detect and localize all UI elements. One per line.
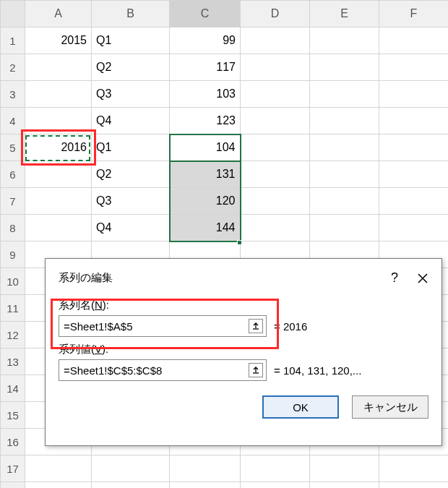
cell-C3[interactable]: 103 — [170, 81, 241, 108]
cell-A3[interactable] — [25, 81, 92, 108]
cell-F2[interactable] — [379, 54, 449, 81]
cell-E4[interactable] — [310, 108, 379, 134]
series-values-result: = 104, 131, 120,... — [274, 364, 361, 377]
cell-B2[interactable]: Q2 — [92, 54, 170, 81]
cell-F17[interactable] — [379, 455, 449, 482]
series-name-label: 系列名(N): — [59, 299, 428, 312]
cell-F8[interactable] — [379, 215, 449, 241]
series-name-value: =Sheet1!$A$5 — [64, 320, 133, 333]
cell-E6[interactable] — [310, 161, 379, 188]
row-header-15[interactable]: 15 — [1, 402, 25, 429]
row-header-11[interactable]: 11 — [1, 295, 25, 322]
cell-D2[interactable] — [241, 54, 310, 81]
range-picker-button[interactable] — [249, 363, 263, 377]
row-header-8[interactable]: 8 — [1, 215, 25, 241]
cell-C2[interactable]: 117 — [170, 54, 241, 81]
cell-E2[interactable] — [310, 54, 379, 81]
col-header-D[interactable]: D — [241, 1, 310, 27]
col-header-F[interactable]: F — [379, 1, 449, 27]
row-header-1[interactable]: 1 — [1, 27, 25, 54]
cell-C7[interactable]: 120 — [170, 188, 241, 215]
row-header-17[interactable]: 17 — [1, 455, 25, 482]
select-all-corner[interactable] — [1, 1, 25, 27]
row-header-3[interactable]: 3 — [1, 81, 25, 108]
cell-C5[interactable]: 104 — [170, 134, 241, 161]
close-icon — [417, 273, 428, 284]
cell-D4[interactable] — [241, 108, 310, 134]
cell-D17[interactable] — [241, 455, 310, 482]
cell-D7[interactable] — [241, 188, 310, 215]
cell-B8[interactable]: Q4 — [92, 215, 170, 241]
cell-C1[interactable]: 99 — [170, 27, 241, 54]
cell-F5[interactable] — [379, 134, 449, 161]
cell-D6[interactable] — [241, 161, 310, 188]
row-header-5[interactable]: 5 — [1, 134, 25, 161]
cell-D1[interactable] — [241, 27, 310, 54]
col-header-B[interactable]: B — [92, 1, 170, 27]
cell-B4[interactable]: Q4 — [92, 108, 170, 134]
cell-B6[interactable]: Q2 — [92, 161, 170, 188]
row-header-16[interactable]: 16 — [1, 429, 25, 455]
row-header-9[interactable]: 9 — [1, 241, 25, 268]
cell-B5[interactable]: Q1 — [92, 134, 170, 161]
row-header-4[interactable]: 4 — [1, 108, 25, 134]
cell-C4[interactable]: 123 — [170, 108, 241, 134]
series-name-input[interactable]: =Sheet1!$A$5 — [59, 315, 267, 337]
cell-E3[interactable] — [310, 81, 379, 108]
cell-E1[interactable] — [310, 27, 379, 54]
cell-D5[interactable] — [241, 134, 310, 161]
row-header-13[interactable]: 13 — [1, 348, 25, 375]
close-button[interactable] — [417, 273, 428, 284]
cell-E18[interactable] — [310, 482, 379, 489]
row-header-10[interactable]: 10 — [1, 268, 25, 295]
cell-B17[interactable] — [92, 455, 170, 482]
cell-B3[interactable]: Q3 — [92, 81, 170, 108]
cell-B7[interactable]: Q3 — [92, 188, 170, 215]
cell-E5[interactable] — [310, 134, 379, 161]
col-header-A[interactable]: A — [25, 1, 92, 27]
cell-A2[interactable] — [25, 54, 92, 81]
cell-A7[interactable] — [25, 188, 92, 215]
cell-A6[interactable] — [25, 161, 92, 188]
dialog-title: 系列の編集 — [59, 271, 113, 285]
ok-button[interactable]: OK — [262, 395, 339, 419]
cell-C17[interactable] — [170, 455, 241, 482]
cell-C6[interactable]: 131 — [170, 161, 241, 188]
cell-B18[interactable] — [92, 482, 170, 489]
cell-F4[interactable] — [379, 108, 449, 134]
cell-A18[interactable] — [25, 482, 92, 489]
help-button[interactable]: ? — [391, 270, 398, 286]
cell-A4[interactable] — [25, 108, 92, 134]
row-header-18[interactable]: 18 — [1, 482, 25, 489]
cell-F18[interactable] — [379, 482, 449, 489]
fill-handle[interactable] — [237, 240, 242, 245]
cell-E17[interactable] — [310, 455, 379, 482]
cell-E7[interactable] — [310, 188, 379, 215]
row-header-12[interactable]: 12 — [1, 322, 25, 348]
cell-F1[interactable] — [379, 27, 449, 54]
cell-E8[interactable] — [310, 215, 379, 241]
cell-D3[interactable] — [241, 81, 310, 108]
row-header-14[interactable]: 14 — [1, 375, 25, 402]
col-header-C[interactable]: C — [170, 1, 241, 27]
cell-F7[interactable] — [379, 188, 449, 215]
cell-A17[interactable] — [25, 455, 92, 482]
cell-A1[interactable]: 2015 — [25, 27, 92, 54]
row-header-2[interactable]: 2 — [1, 54, 25, 81]
cell-A5[interactable]: 2016 — [25, 134, 92, 161]
cell-A8[interactable] — [25, 215, 92, 241]
row-header-7[interactable]: 7 — [1, 188, 25, 215]
cell-F6[interactable] — [379, 161, 449, 188]
col-header-E[interactable]: E — [310, 1, 379, 27]
cell-D8[interactable] — [241, 215, 310, 241]
cancel-button[interactable]: キャンセル — [352, 395, 428, 419]
series-values-input[interactable]: =Sheet1!$C$5:$C$8 — [59, 359, 267, 381]
cell-F3[interactable] — [379, 81, 449, 108]
cell-C8[interactable]: 144 — [170, 215, 241, 241]
cell-D18[interactable] — [241, 482, 310, 489]
range-picker-button[interactable] — [249, 319, 263, 333]
cell-C18[interactable] — [170, 482, 241, 489]
collapse-dialog-icon — [251, 366, 260, 374]
cell-B1[interactable]: Q1 — [92, 27, 170, 54]
row-header-6[interactable]: 6 — [1, 161, 25, 188]
